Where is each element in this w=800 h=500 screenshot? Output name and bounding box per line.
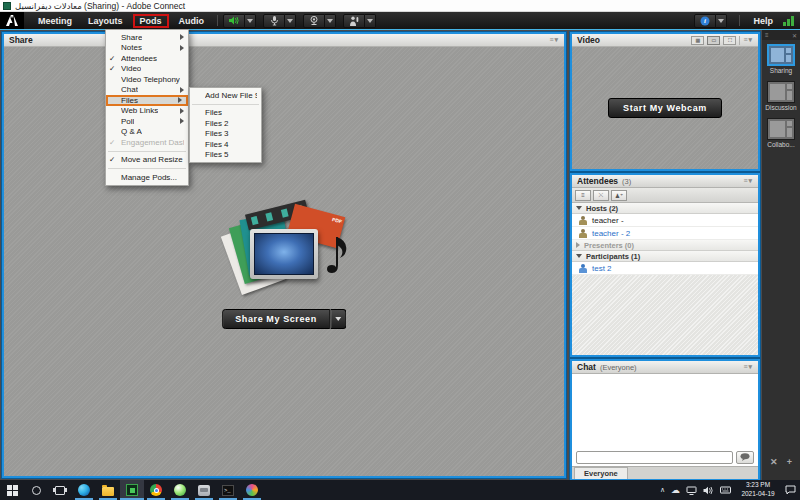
raise-hand-button[interactable] (343, 14, 365, 28)
layout-thumb-collaboration[interactable] (767, 118, 795, 140)
share-my-screen-button[interactable]: Share My Screen (222, 309, 330, 329)
presenters-group-row[interactable]: Presenters (0) (572, 240, 758, 251)
action-center-icon[interactable] (785, 485, 796, 495)
adobe-logo-icon (0, 12, 24, 29)
start-button[interactable] (0, 480, 24, 500)
menu-audio[interactable]: Audio (171, 14, 213, 28)
breakout-view-button[interactable]: ⤬ (593, 190, 609, 201)
connection-status-icon[interactable] (783, 16, 794, 26)
volume-icon[interactable] (703, 486, 714, 495)
delete-layout-icon[interactable]: ✕ (770, 457, 778, 467)
webcam-dropdown-button[interactable] (325, 14, 336, 28)
pods-menu-item-notes[interactable]: Notes (106, 43, 188, 54)
attendee-row-participant1[interactable]: test 2 (572, 262, 758, 275)
pods-menu-item-chat[interactable]: Chat (106, 85, 188, 96)
files-submenu: Add New File Share Files Files 2 Files 3… (189, 87, 262, 163)
layout-sidebar-topbar: ≡ ✕ (762, 30, 800, 40)
microphone-dropdown-button[interactable] (285, 14, 296, 28)
window-title: معادلات ديفرانسيل (Sharing) - Adobe Conn… (15, 1, 185, 11)
submenu-arrow-icon (180, 108, 184, 114)
menu-meeting[interactable]: Meeting (30, 14, 80, 28)
attendee-row-host1[interactable]: teacher - (572, 214, 758, 227)
taskbar-file-explorer[interactable] (96, 480, 120, 500)
submenu-arrow-icon (180, 118, 184, 124)
taskbar-green-app[interactable] (168, 480, 192, 500)
grid-view-button[interactable]: ▦ (691, 36, 704, 45)
pods-menu-item-move-resize[interactable]: Move and Resize Pods (106, 155, 188, 166)
files-submenu-files-2[interactable]: Files 2 (190, 118, 261, 129)
chat-tab-everyone[interactable]: Everyone (574, 467, 628, 479)
chat-input[interactable] (576, 451, 733, 464)
files-submenu-files[interactable]: Files (190, 108, 261, 119)
pod-options-icon[interactable]: ≡▾ (549, 36, 559, 44)
add-layout-icon[interactable]: + (787, 457, 792, 467)
pods-menu-item-video-telephony[interactable]: Video Telephony (106, 74, 188, 85)
attendee-name: teacher - (592, 216, 624, 225)
webcam-icon (309, 16, 319, 25)
music-note-icon (326, 235, 352, 279)
task-view-button[interactable] (48, 480, 72, 500)
attendee-options-button[interactable]: ♟⁺ (611, 190, 627, 201)
taskbar-terminal[interactable]: >_ (216, 480, 240, 500)
window-titlebar: معادلات ديفرانسيل (Sharing) - Adobe Conn… (0, 0, 800, 12)
files-submenu-files-3[interactable]: Files 3 (190, 129, 261, 140)
microphone-button[interactable] (263, 14, 285, 28)
menu-pods[interactable]: Pods (133, 14, 169, 28)
attendees-pod-title: Attendees (577, 176, 618, 186)
submenu-arrow-icon (180, 34, 184, 40)
taskbar-edge[interactable] (72, 480, 96, 500)
help-menu[interactable]: Help (745, 16, 781, 26)
speaker-button[interactable] (223, 14, 245, 28)
filmstrip-view-button[interactable]: ▭ (707, 36, 720, 45)
layout-thumb-discussion[interactable] (767, 81, 795, 103)
pods-menu-item-attendees[interactable]: Attendees (106, 53, 188, 64)
close-icon[interactable]: ✕ (792, 32, 797, 39)
taskbar-adobe-connect[interactable] (120, 480, 144, 500)
attendee-row-host2[interactable]: teacher - 2 (572, 227, 758, 240)
network-icon[interactable] (686, 486, 697, 495)
info-dropdown-button[interactable] (716, 14, 727, 28)
pod-options-icon[interactable]: ≡▾ (743, 36, 753, 44)
menu-layouts[interactable]: Layouts (80, 14, 131, 28)
pods-menu-item-qa[interactable]: Q & A (106, 127, 188, 138)
raise-hand-dropdown-button[interactable] (365, 14, 376, 28)
participants-group-row[interactable]: Participants (1) (572, 251, 758, 262)
webcam-button[interactable] (303, 14, 325, 28)
attendee-name: teacher - 2 (592, 229, 630, 238)
send-chat-button[interactable] (736, 451, 754, 464)
touch-keyboard-icon[interactable] (720, 486, 731, 494)
pods-menu-item-web-links[interactable]: Web Links (106, 106, 188, 117)
start-my-webcam-button[interactable]: Start My Webcam (608, 98, 722, 118)
files-submenu-files-4[interactable]: Files 4 (190, 139, 261, 150)
chat-bubble-icon (740, 453, 750, 461)
info-button[interactable]: i (694, 14, 716, 28)
hidden-icons-chevron[interactable]: ∧ (660, 486, 665, 494)
layout-thumb-sharing[interactable] (767, 44, 795, 66)
pods-menu-item-video[interactable]: Video (106, 64, 188, 75)
microphone-icon (271, 16, 278, 26)
fullscreen-view-button[interactable]: ⛶ (723, 36, 736, 45)
pods-menu-item-poll[interactable]: Poll (106, 116, 188, 127)
pod-options-icon[interactable]: ≡▾ (743, 177, 753, 185)
layout-menu-icon[interactable]: ≡ (765, 32, 769, 38)
files-submenu-files-5[interactable]: Files 5 (190, 150, 261, 161)
connect-menubar: Meeting Layouts Pods Audio i (0, 12, 800, 29)
taskbar-colorful-app[interactable] (240, 480, 264, 500)
collapse-triangle-icon (576, 206, 582, 210)
taskbar-gray-app[interactable] (192, 480, 216, 500)
attendee-status-view-button[interactable]: ≡ (575, 190, 591, 201)
pods-menu-item-manage-pods[interactable]: Manage Pods... (106, 172, 188, 183)
chevron-down-icon (247, 19, 253, 23)
share-options-dropdown[interactable] (330, 309, 346, 329)
speaker-dropdown-button[interactable] (245, 14, 256, 28)
hosts-group-row[interactable]: Hosts (2) (572, 203, 758, 214)
taskbar-clock[interactable]: 3:23 PM 2021-04-19 (737, 481, 779, 499)
taskbar-chrome[interactable] (144, 480, 168, 500)
pod-options-icon[interactable]: ≡▾ (743, 363, 753, 371)
pods-menu-item-share[interactable]: Share (106, 32, 188, 43)
onedrive-cloud-icon[interactable]: ☁ (671, 485, 680, 495)
pods-menu-item-files[interactable]: Files (106, 95, 188, 106)
search-button[interactable] (24, 480, 48, 500)
files-submenu-add-new[interactable]: Add New File Share (190, 90, 261, 101)
chat-pod-header: Chat (Everyone) ≡▾ (572, 361, 758, 374)
